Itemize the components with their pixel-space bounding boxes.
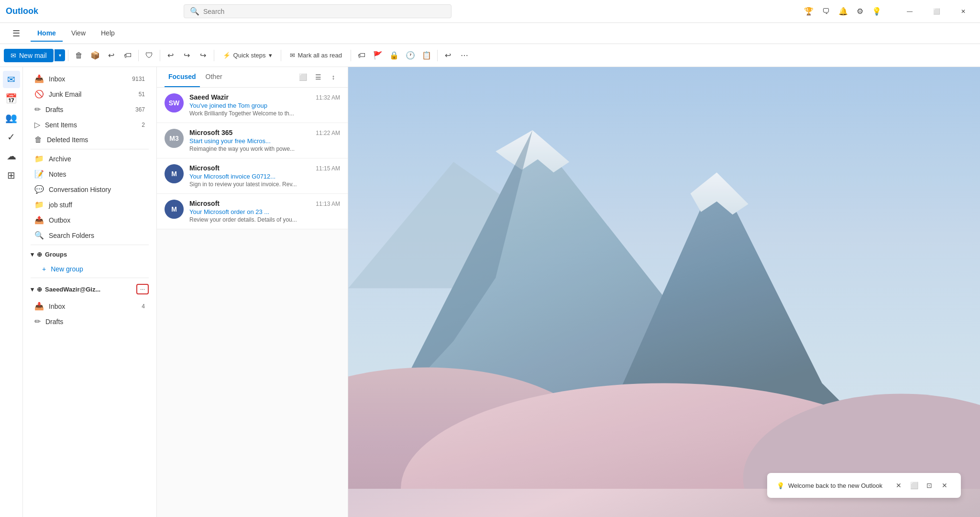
nav-calendar[interactable]: 📅	[3, 90, 20, 107]
more-options-button[interactable]: ⋯	[457, 48, 472, 63]
nav-onedrive[interactable]: ☁	[3, 147, 20, 165]
account-icon: ⊕	[37, 286, 42, 293]
encrypt-button[interactable]: 🔒	[386, 48, 402, 63]
search-folders-icon: 🔍	[34, 231, 44, 240]
email-item-4[interactable]: M Microsoft 11:13 AM Your Microsoft orde…	[157, 194, 348, 229]
search-input[interactable]	[203, 8, 445, 15]
new-group-item[interactable]: + New group	[27, 262, 153, 276]
tab-home[interactable]: Home	[31, 25, 63, 42]
folder-inbox[interactable]: 📥 Inbox 9131	[27, 71, 153, 86]
folder-job-stuff[interactable]: 📁 job stuff	[27, 197, 153, 212]
nav-bar: ☰ Home View Help	[0, 23, 980, 44]
folder-outbox[interactable]: 📤 Outbox	[27, 213, 153, 227]
sort-icon[interactable]: ↕	[327, 70, 340, 84]
email-item-3[interactable]: M Microsoft 11:15 AM Your Microsoft invo…	[157, 158, 348, 194]
tag-button[interactable]: 🏷	[354, 48, 369, 63]
undo-button[interactable]: ↩	[440, 48, 456, 63]
nav-mail[interactable]: ✉	[3, 71, 20, 88]
mail-list: Focused Other ⬜ ☰ ↕ SW Saeed Wazir 11:32…	[157, 67, 348, 517]
toast-close-btn-2[interactable]: ⬜	[907, 479, 921, 492]
toolbar: ✉ New mail ▾ 🗑 📦 ↩ 🏷 🛡 ↩ ↪ ↪ ⚡ Quick ste…	[0, 44, 980, 67]
folder-notes[interactable]: 📝 Notes	[27, 167, 153, 181]
folder-divider-3	[31, 278, 149, 278]
quick-steps-button[interactable]: ⚡ Quick steps ▾	[217, 49, 278, 62]
forward-button[interactable]: ↪	[196, 48, 211, 63]
folder-search[interactable]: 🔍 Search Folders	[27, 228, 153, 243]
folder-junk[interactable]: 🚫 Junk Email 51	[27, 87, 153, 101]
account-drafts-icon: ✏	[34, 317, 41, 326]
mark-all-read-button[interactable]: ✉ Mark all as read	[284, 49, 348, 62]
folder-archive[interactable]: 📁 Archive	[27, 151, 153, 166]
toolbar-separator-5	[281, 50, 281, 61]
inbox-icon: 📥	[34, 74, 44, 83]
view-toggle-icon[interactable]: ⬜	[296, 70, 309, 84]
notes-icon: 📝	[34, 169, 44, 179]
reply-all-button[interactable]: ↪	[179, 48, 195, 63]
folder-sidebar: 📥 Inbox 9131 🚫 Junk Email 51 ✏ Drafts 36…	[23, 67, 157, 517]
email-subject-1: You've joined the Tom group	[189, 102, 340, 109]
mark-read-label: Mark all as read	[298, 52, 342, 59]
flag-button[interactable]: 🚩	[370, 48, 385, 63]
settings-icon[interactable]: ⚙	[857, 7, 863, 16]
archive-button[interactable]: 📦	[88, 48, 103, 63]
mail-tab-actions: ⬜ ☰ ↕	[296, 70, 340, 84]
help-icon[interactable]: 💡	[872, 7, 881, 16]
close-button[interactable]: ✕	[952, 4, 974, 19]
title-bar: Outlook 🔍 🏆 🗨 🔔 ⚙ 💡 — ⬜ ✕	[0, 0, 980, 23]
tab-view[interactable]: View	[65, 25, 92, 42]
new-mail-dropdown-button[interactable]: ▾	[55, 49, 65, 61]
rules-button[interactable]: 📋	[419, 48, 434, 63]
toast-close-btn-4[interactable]: ✕	[938, 479, 951, 492]
email-item-1[interactable]: SW Saeed Wazir 11:32 AM You've joined th…	[157, 88, 348, 123]
app-logo: Outlook	[6, 6, 38, 16]
account-more-button[interactable]: ···	[136, 284, 149, 294]
tab-help[interactable]: Help	[94, 25, 121, 42]
email-sender-1: Saeed Wazir	[189, 93, 229, 101]
toast-close-btn-3[interactable]: ⊡	[923, 479, 936, 492]
conv-history-icon: 💬	[34, 185, 44, 194]
sweep-button[interactable]: ↩	[104, 48, 119, 63]
folder-sent[interactable]: ▷ Sent Items 2	[27, 117, 153, 132]
minimize-button[interactable]: —	[899, 4, 921, 19]
folder-drafts[interactable]: ✏ Drafts 367	[27, 102, 153, 117]
email-item-2[interactable]: M3 Microsoft 365 11:22 AM Start using yo…	[157, 123, 348, 158]
move-button[interactable]: 🏷	[120, 48, 135, 63]
rewards-icon[interactable]: 🏆	[804, 7, 814, 16]
search-box[interactable]: 🔍	[184, 4, 451, 18]
nav-people[interactable]: 👥	[3, 109, 20, 126]
tab-focused[interactable]: Focused	[165, 67, 200, 87]
mark-read-icon: ✉	[290, 52, 295, 59]
feedback-icon[interactable]: 🗨	[822, 7, 830, 16]
filter-icon[interactable]: ☰	[311, 70, 325, 84]
email-time-2: 11:22 AM	[316, 130, 340, 136]
reply-button[interactable]: ↩	[163, 48, 178, 63]
delete-button[interactable]: 🗑	[71, 48, 87, 63]
email-preview-3: Sign in to review your latest invoice. R…	[189, 181, 340, 188]
new-mail-button[interactable]: ✉ New mail	[4, 49, 54, 62]
title-bar-actions: 🏆 🗨 🔔 ⚙ 💡	[804, 7, 881, 16]
new-mail-icon: ✉	[11, 52, 16, 59]
account-section[interactable]: ▾ ⊕ SaeedWazir@Giz... ···	[23, 280, 156, 298]
hamburger-menu[interactable]: ☰	[8, 25, 25, 42]
nav-apps[interactable]: ⊞	[3, 167, 20, 184]
toast-close-btn-1[interactable]: ✕	[892, 479, 905, 492]
email-time-1: 11:32 AM	[316, 94, 340, 101]
account-folder-drafts[interactable]: ✏ Drafts	[27, 314, 153, 329]
account-folder-inbox[interactable]: 📥 Inbox 4	[27, 299, 153, 314]
groups-section-header[interactable]: ▾ ⊕ Groups	[23, 247, 156, 262]
nav-tasks[interactable]: ✓	[3, 128, 20, 146]
notifications-icon[interactable]: 🔔	[838, 7, 848, 16]
ignore-button[interactable]: 🛡	[142, 48, 157, 63]
snooze-button[interactable]: 🕐	[403, 48, 418, 63]
toolbar-separator-1	[68, 50, 68, 61]
toolbar-separator-2	[138, 50, 139, 61]
folder-conversation-history[interactable]: 💬 Conversation History	[27, 182, 153, 197]
outbox-icon: 📤	[34, 215, 44, 225]
maximize-button[interactable]: ⬜	[925, 4, 947, 19]
avatar-m3: M3	[165, 129, 184, 148]
avatar-ms-1: M	[165, 164, 184, 183]
folder-deleted[interactable]: 🗑 Deleted Items	[27, 133, 153, 147]
email-time-3: 11:15 AM	[316, 165, 340, 172]
tab-other[interactable]: Other	[202, 67, 226, 87]
email-sender-4: Microsoft	[189, 200, 220, 207]
